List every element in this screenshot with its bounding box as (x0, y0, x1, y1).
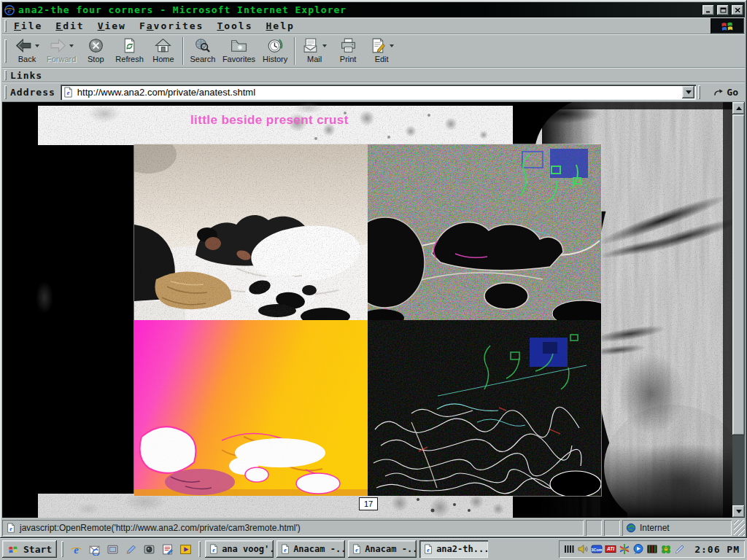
page-icon: e (423, 544, 433, 554)
toolbar-button-stop[interactable]: Stop (79, 36, 112, 66)
address-dropdown-button[interactable] (682, 86, 694, 98)
volume-icon[interactable] (576, 543, 589, 556)
stop-icon (87, 37, 105, 54)
toolbar-button-label: History (263, 55, 287, 64)
toolbar-button-edit[interactable]: Edit (365, 36, 398, 66)
pencil-icon[interactable] (123, 541, 139, 558)
close-button[interactable] (732, 5, 743, 15)
title-bar: e ana2-the four corners - Microsoft Inte… (2, 2, 745, 18)
page-icon: e (209, 544, 219, 554)
address-bar-grip[interactable] (4, 85, 7, 99)
cam-thermal[interactable] (134, 320, 368, 496)
window-title: ana2-the four corners - Microsoft Intern… (18, 2, 700, 18)
toolbar-button-favorites[interactable]: Favorites (220, 36, 258, 66)
chevron-down-icon[interactable] (35, 44, 39, 50)
taskbar-clock: 2:06 PM (694, 544, 740, 555)
cam-edge-dark[interactable] (368, 320, 601, 496)
frame-counter-box[interactable]: 17 (359, 497, 378, 510)
outlook-express-icon[interactable] (86, 541, 103, 558)
tray-pencil-icon[interactable] (673, 543, 686, 556)
minimize-button[interactable] (703, 5, 714, 15)
quick-launch-bar: e (68, 541, 194, 558)
toolbar-button-home[interactable]: Home (147, 36, 180, 66)
grille-icon[interactable] (562, 543, 575, 556)
led-grid-icon[interactable] (646, 543, 658, 556)
go-button[interactable]: Go (708, 85, 743, 99)
ie-icon[interactable]: e (68, 541, 85, 558)
chat-icon[interactable] (632, 543, 644, 556)
maximize-button[interactable] (717, 5, 729, 15)
task-button-1[interactable]: eana voog'... (205, 540, 274, 558)
svg-text:e: e (284, 547, 287, 553)
media-player-icon[interactable] (177, 541, 194, 558)
system-tray: 3ComATI 2:06 PM (559, 540, 745, 558)
address-label: Address (10, 87, 55, 98)
toolbar-button-label: Print (340, 55, 357, 64)
start-button[interactable]: Start (2, 540, 57, 558)
toolbar-button-forward[interactable]: Forward (44, 36, 79, 66)
status-bar: e javascript:OpenRemote('http://www.ana2… (2, 518, 745, 536)
scrollbar-track[interactable] (732, 435, 745, 505)
task-button-4[interactable]: eana2-th... (419, 540, 488, 558)
address-field: e (61, 85, 697, 100)
scrollbar-thumb[interactable] (732, 114, 745, 435)
toolbar-grip[interactable] (4, 39, 7, 63)
menu-item-favorites[interactable]: Favorites (136, 19, 207, 33)
go-arrow-icon (713, 88, 724, 97)
menu-item-tools[interactable]: Tools (213, 19, 256, 33)
toolbar-button-mail[interactable]: Mail (298, 36, 331, 66)
svg-text:e: e (8, 6, 12, 15)
toolbar-separator (182, 37, 184, 65)
menu-item-edit[interactable]: Edit (52, 19, 88, 33)
page-icon: e (63, 87, 74, 98)
task-button-3[interactable]: eAnacam -... (348, 540, 417, 558)
menu-bar-grip[interactable] (4, 20, 7, 32)
cam-edge-rainbow[interactable] (368, 144, 601, 320)
svg-text:e: e (355, 547, 358, 553)
search-icon (193, 37, 212, 54)
3com-icon[interactable]: 3Com (590, 543, 603, 556)
show-desktop-icon[interactable] (104, 541, 121, 558)
task-button-2[interactable]: eAnacam -... (276, 540, 345, 558)
chevron-down-icon[interactable] (69, 44, 74, 50)
cam-normal[interactable] (134, 144, 368, 320)
ati-icon[interactable]: ATI (604, 543, 616, 556)
toolbar-button-refresh[interactable]: Refresh (112, 36, 147, 66)
toolbar-button-print[interactable]: Print (331, 36, 365, 66)
toolbar-button-back[interactable]: Back (10, 36, 44, 66)
go-label: Go (727, 87, 738, 98)
camera-icon[interactable] (141, 541, 158, 558)
chevron-down-icon[interactable] (390, 44, 394, 50)
links-bar-grip[interactable] (4, 70, 7, 80)
taskbar-grip-2[interactable] (198, 541, 201, 557)
svg-text:e: e (9, 526, 12, 532)
taskbar-grip[interactable] (61, 541, 63, 557)
menu-item-view[interactable]: View (94, 19, 130, 33)
star-icon[interactable] (618, 543, 630, 556)
toolbar-button-history[interactable]: History (258, 36, 292, 66)
vertical-scrollbar[interactable] (732, 102, 745, 518)
ie-logo-icon: e (4, 4, 15, 16)
forward-arrow-icon (49, 37, 67, 54)
page-icon: e (280, 544, 290, 554)
menu-item-help[interactable]: Help (263, 19, 298, 33)
scroll-down-button[interactable] (732, 505, 745, 518)
edit-icon (369, 37, 387, 54)
scroll-up-button[interactable] (732, 102, 745, 114)
toolbar-button-search[interactable]: Search (186, 36, 220, 66)
flower-icon[interactable] (659, 543, 672, 556)
toolbar-button-label: Home (152, 55, 174, 64)
address-input[interactable] (74, 87, 683, 98)
svg-text:e: e (427, 547, 430, 553)
globe-icon (626, 523, 636, 533)
content-area: little beside present crust (2, 102, 745, 518)
resize-grip[interactable] (734, 520, 745, 536)
chevron-down-icon (686, 90, 692, 97)
menu-item-file[interactable]: File (10, 19, 46, 33)
chevron-down-icon[interactable] (322, 44, 327, 50)
compose-icon[interactable] (159, 541, 176, 558)
status-message-pane: e javascript:OpenRemote('http://www.ana2… (2, 520, 584, 536)
tray-icons: 3ComATI (562, 543, 686, 556)
task-button-label: ana2-th... (436, 544, 488, 554)
svg-text:e: e (74, 543, 79, 555)
